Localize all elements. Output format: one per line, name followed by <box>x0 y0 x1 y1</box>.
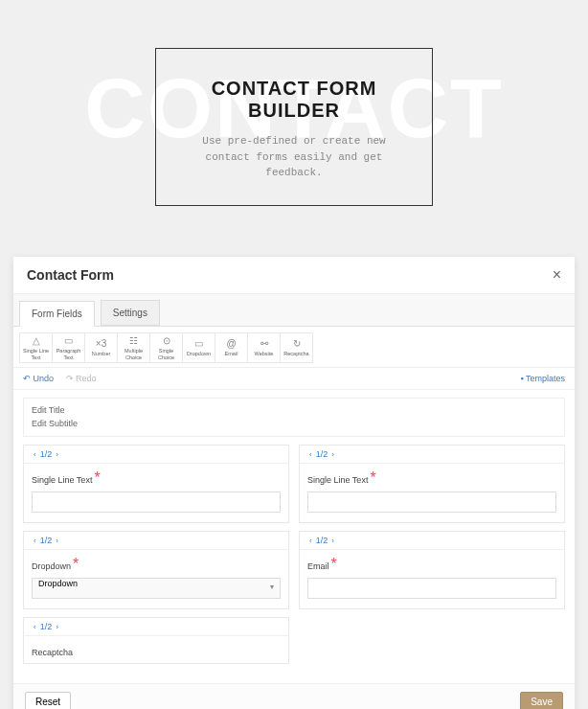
field-label: Dropdown <box>32 561 71 571</box>
chevron-right-icon[interactable]: › <box>56 623 58 631</box>
field-label: Recaptcha <box>32 648 73 657</box>
dropdown-select[interactable]: Dropdown <box>32 578 281 599</box>
field-size: 1/2 <box>316 536 328 545</box>
hero-subtitle: Use pre-defined or create new contact fo… <box>194 133 394 181</box>
list-icon: ☷ <box>129 335 138 346</box>
paragraph-icon: ▭ <box>64 335 73 346</box>
chevron-left-icon[interactable]: ‹ <box>34 623 36 631</box>
contact-form-modal: Contact Form × Form Fields Settings △Sin… <box>13 257 575 709</box>
email-icon: @ <box>226 338 236 349</box>
field-size: 1/2 <box>40 536 53 545</box>
hero-title: CONTACT FORM BUILDER <box>194 78 394 122</box>
close-icon[interactable]: × <box>553 266 561 284</box>
text-input[interactable] <box>307 492 556 513</box>
tool-number[interactable]: ×3Number <box>84 332 118 363</box>
required-mark: * <box>370 469 375 486</box>
field-label: Single Line Text <box>32 475 92 485</box>
hero-box: CONTACT FORM BUILDER Use pre-defined or … <box>155 48 433 206</box>
tool-email[interactable]: @Email <box>215 332 248 363</box>
chevron-right-icon[interactable]: › <box>331 450 334 459</box>
field-block[interactable]: ‹1/2› Email* <box>299 531 565 609</box>
chevron-right-icon[interactable]: › <box>56 537 58 545</box>
radio-icon: ⊙ <box>163 335 170 346</box>
field-toolbar: △Single Line Text ▭Paragraph Text ×3Numb… <box>13 327 575 368</box>
text-icon: △ <box>33 335 40 346</box>
field-block[interactable]: ‹1/2› Single Line Text* <box>299 445 565 523</box>
refresh-icon: ↻ <box>293 338 301 349</box>
tool-multiple-choice[interactable]: ☷Multiple Choice <box>117 332 150 363</box>
tool-paragraph[interactable]: ▭Paragraph Text <box>52 332 85 363</box>
field-label: Single Line Text <box>307 475 368 485</box>
text-input[interactable] <box>32 492 281 513</box>
chevron-left-icon[interactable]: ‹ <box>309 537 312 545</box>
field-label: Email <box>307 561 329 571</box>
tab-settings[interactable]: Settings <box>101 300 160 326</box>
redo-button: ↷ Redo <box>66 374 97 383</box>
number-icon: ×3 <box>96 338 106 349</box>
field-block[interactable]: ‹1/2› Dropdown* Dropdown <box>23 531 289 609</box>
chevron-left-icon[interactable]: ‹ <box>309 450 312 459</box>
reset-button[interactable]: Reset <box>25 692 71 709</box>
field-size: 1/2 <box>316 449 328 459</box>
tab-form-fields[interactable]: Form Fields <box>19 301 95 327</box>
required-mark: * <box>94 469 100 486</box>
templates-button[interactable]: ▪ Templates <box>520 374 565 383</box>
required-mark: * <box>331 556 337 572</box>
required-mark: * <box>73 556 79 572</box>
tool-dropdown[interactable]: ▭Dropdown <box>182 332 215 363</box>
chevron-right-icon[interactable]: › <box>331 537 334 545</box>
undo-button[interactable]: ↶ Undo <box>23 374 54 383</box>
chevron-left-icon[interactable]: ‹ <box>34 537 36 545</box>
edit-title[interactable]: Edit Title <box>32 404 556 418</box>
link-icon: ⚯ <box>260 338 268 349</box>
chevron-left-icon[interactable]: ‹ <box>34 450 36 459</box>
chevron-right-icon[interactable]: › <box>56 450 58 459</box>
field-block[interactable]: ‹1/2› Recaptcha <box>23 617 289 664</box>
tool-website[interactable]: ⚯Website <box>247 332 281 363</box>
title-block[interactable]: Edit Title Edit Subtitle <box>23 398 565 437</box>
edit-subtitle[interactable]: Edit Subtitle <box>32 418 556 431</box>
field-size: 1/2 <box>40 449 53 459</box>
modal-title: Contact Form <box>27 267 114 283</box>
save-button[interactable]: Save <box>520 692 563 709</box>
field-size: 1/2 <box>40 622 53 631</box>
tool-single-line[interactable]: △Single Line Text <box>19 332 53 363</box>
dropdown-icon: ▭ <box>194 338 203 349</box>
email-input[interactable] <box>307 578 556 599</box>
tool-recaptcha[interactable]: ↻Recaptcha <box>280 332 313 363</box>
field-block[interactable]: ‹1/2› Single Line Text* <box>23 445 289 523</box>
tool-single-choice[interactable]: ⊙Single Choice <box>149 332 183 363</box>
